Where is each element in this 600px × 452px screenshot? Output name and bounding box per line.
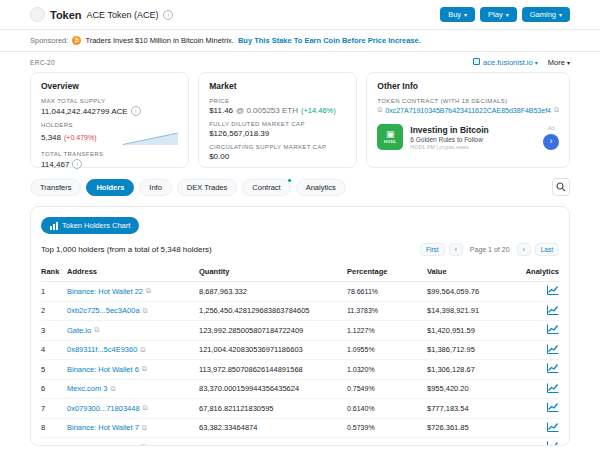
copy-icon[interactable]: ⧉	[377, 106, 382, 114]
col-quantity: Quantity	[199, 267, 347, 276]
holder-address-link[interactable]: 0x079300...71803448	[67, 404, 140, 413]
holder-percentage: 0.7549%	[347, 385, 375, 392]
fdv-label: FULLY DILUTED MARKET CAP	[209, 121, 346, 127]
copy-icon[interactable]: ⧉	[94, 326, 99, 334]
analytics-chart-icon[interactable]	[547, 324, 559, 336]
holder-address-link[interactable]: 0xd42241...87221f4A	[67, 443, 138, 446]
gaming-button[interactable]: Gaming▾	[522, 7, 570, 22]
buy-button[interactable]: Buy▾	[440, 7, 475, 22]
holders-summary: Top 1,000 holders (from a total of 5,348…	[41, 245, 212, 254]
holder-rank: 6	[41, 384, 67, 393]
ad-unit[interactable]: ▣ HODL Investing in Bitcoin 6 Golden Rul…	[377, 122, 559, 150]
chevron-down-icon: ▾	[567, 60, 570, 66]
analytics-chart-icon[interactable]	[547, 422, 559, 434]
table-row: 5 Binance: Hot Wallet 6 ⧉ 113,972.850708…	[41, 360, 559, 380]
more-menu-button[interactable]: More ▾	[548, 58, 570, 67]
holder-quantity: 1,256,450.428129683863784605	[199, 306, 347, 315]
sponsored-link[interactable]: Buy This Stake To Earn Coin Before Price…	[238, 36, 421, 45]
holder-value: $1,386,712.95	[427, 345, 517, 354]
pagination-last-button[interactable]: Last	[535, 243, 559, 256]
search-icon	[556, 182, 566, 192]
fdv-value: $126,567,018.39	[209, 129, 269, 138]
official-site-link[interactable]: ace.fusionist.io ▾	[473, 58, 538, 67]
tab-holders[interactable]: Holders	[86, 179, 134, 196]
holder-rank: 3	[41, 326, 67, 335]
holder-address-link[interactable]: Binance: Hot Wallet 7	[67, 423, 139, 432]
tab-analytics[interactable]: Analytics	[296, 179, 346, 196]
holder-quantity: 121,004.420830536971186603	[199, 345, 347, 354]
analytics-chart-icon[interactable]	[547, 344, 559, 356]
holder-address-link[interactable]: Binance: Hot Wallet 6	[67, 365, 139, 374]
holder-percentage: 11.3783%	[347, 307, 378, 314]
pagination-first-button[interactable]: First	[420, 243, 445, 256]
holder-value: $99,564,059.76	[427, 287, 517, 296]
holder-value: $659,427.08	[427, 443, 517, 446]
holders-change: (+0.479%)	[64, 134, 97, 141]
copy-icon[interactable]: ⧉	[143, 404, 148, 412]
tab-dex-trades[interactable]: DEX Trades	[177, 179, 237, 196]
sponsored-label: Sponsored:	[30, 36, 68, 45]
analytics-chart-icon[interactable]	[547, 305, 559, 317]
chart-icon	[50, 222, 58, 230]
play-button[interactable]: Play▾	[480, 7, 517, 22]
analytics-chart-icon[interactable]	[547, 441, 559, 446]
summary-cards: Overview MAX TOTAL SUPPLY 11,044,242.442…	[0, 72, 600, 168]
holder-percentage: 1.0955%	[347, 346, 375, 353]
market-card: Market PRICE $11.46 @ 0.005253 ETH (+14.…	[198, 72, 357, 168]
price-label: PRICE	[209, 98, 346, 104]
analytics-chart-icon[interactable]	[547, 363, 559, 375]
max-supply-label: MAX TOTAL SUPPLY	[41, 98, 178, 104]
holder-quantity: 123,992.285005807184722409	[199, 326, 347, 335]
pagination-next-button[interactable]: ›	[517, 243, 531, 256]
info-icon[interactable]: i	[131, 106, 141, 116]
table-row: 3 Gate.io ⧉ 123,992.285005807184722409 1…	[41, 321, 559, 341]
contract-verified-dot	[287, 178, 292, 183]
holder-rank: 8	[41, 423, 67, 432]
copy-icon[interactable]: ⧉	[142, 365, 147, 373]
tab-transfers[interactable]: Transfers	[30, 179, 81, 196]
token-holders-chart-button[interactable]: Token Holders Chart	[41, 217, 139, 234]
search-button[interactable]	[552, 178, 570, 196]
analytics-chart-icon[interactable]	[547, 383, 559, 395]
tab-info[interactable]: Info	[139, 179, 172, 196]
holder-address-link[interactable]: 0xb2c725...5ec3A00a	[67, 306, 140, 315]
price-value: $11.46	[209, 106, 233, 115]
copy-icon[interactable]: ⧉	[146, 287, 151, 295]
copy-icon[interactable]: ⧉	[110, 385, 115, 393]
contract-address-link[interactable]: 0xc27A71910345B7b423411622CAE85d38F4B53e…	[385, 107, 551, 114]
holder-rank: 1	[41, 287, 67, 296]
table-row: 8 Binance: Hot Wallet 7 ⧉ 63,382.3346487…	[41, 419, 559, 439]
token-standard-badge: ERC-20	[30, 59, 55, 66]
holder-value: $1,420,951.59	[427, 326, 517, 335]
copy-icon[interactable]: ⧉	[140, 346, 145, 354]
ad-subtitle: 6 Golden Rules to Follow	[410, 136, 536, 143]
copy-icon[interactable]: ⧉	[142, 424, 147, 432]
info-icon[interactable]: i	[72, 159, 82, 169]
analytics-chart-icon[interactable]	[547, 402, 559, 414]
token-info-icon[interactable]: i	[163, 10, 173, 20]
holder-rank: 2	[41, 306, 67, 315]
holder-address-link[interactable]: 0x89311f...5c4E9360	[67, 345, 137, 354]
price-change: (+14.46%)	[301, 106, 336, 115]
pagination-prev-button[interactable]: ‹	[449, 243, 463, 256]
page-title: Token	[50, 9, 82, 21]
holder-rank: 4	[41, 345, 67, 354]
tab-contract[interactable]: Contract	[242, 179, 290, 196]
holder-percentage: 0.5210%	[347, 444, 375, 446]
table-row: 1 Binance: Hot Wallet 22 ⧉ 8,687,963.332…	[41, 282, 559, 302]
holder-address-link[interactable]: Binance: Hot Wallet 22	[67, 287, 143, 296]
copy-icon[interactable]: ⧉	[554, 106, 559, 114]
ad-next-arrow-icon[interactable]: ›	[543, 134, 559, 150]
transfers-count: 114,467	[41, 160, 69, 169]
col-rank: Rank	[41, 267, 67, 276]
copy-icon[interactable]: ⧉	[143, 307, 148, 315]
holder-value: $955,420.20	[427, 384, 517, 393]
holder-address-link[interactable]: Gate.io	[67, 326, 91, 335]
holder-address-link[interactable]: Mexc.com 3	[67, 384, 107, 393]
token-name: ACE Token (ACE)	[87, 10, 159, 20]
holder-value: $726,361.85	[427, 423, 517, 432]
overview-card: Overview MAX TOTAL SUPPLY 11,044,242.442…	[30, 72, 189, 168]
ad-title: Investing in Bitcoin	[410, 125, 536, 135]
analytics-chart-icon[interactable]	[547, 285, 559, 297]
copy-icon[interactable]: ⧉	[141, 443, 146, 446]
